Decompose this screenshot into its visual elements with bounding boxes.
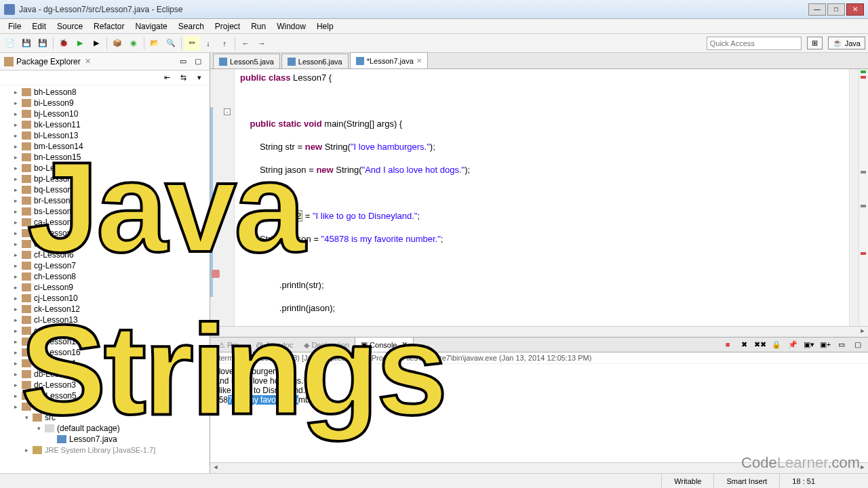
overview-ruler[interactable] <box>859 69 868 326</box>
fold-toggle-icon[interactable]: - <box>224 108 231 115</box>
project-item[interactable]: ▸cb-Lesson4 <box>0 228 210 239</box>
project-item[interactable]: ▸ck-Lesson12 <box>0 304 210 314</box>
menu-window[interactable]: Window <box>271 20 311 33</box>
minimize-button[interactable]: — <box>808 3 826 16</box>
console-pin-button[interactable]: 📌 <box>785 337 800 352</box>
project-item[interactable]: ▸cl-Lesson13 <box>0 314 210 325</box>
tab-close-icon[interactable]: ✕ <box>416 57 422 64</box>
jre-library[interactable]: ▸JRE System Library [JavaSE-1.7] <box>0 445 210 455</box>
java-file-item[interactable]: Lesson7.java <box>0 434 210 445</box>
project-item[interactable]: ▸cg-Lesson7 <box>0 260 210 271</box>
new-button[interactable]: 📄 <box>3 36 18 51</box>
tab-lesson7[interactable]: *Lesson7.java✕ <box>350 52 428 68</box>
project-item[interactable]: ▸br-Lesson19 <box>0 195 210 206</box>
view-menu-button[interactable]: ▾ <box>192 70 207 85</box>
console-open-button[interactable]: ▣+ <box>818 337 833 352</box>
project-item[interactable]: ▸cj-Lesson10 <box>0 293 210 304</box>
menu-file[interactable]: File <box>3 20 26 33</box>
project-item[interactable]: ▸df-Lesson6 <box>0 401 210 412</box>
project-item[interactable]: ▸bh-Lesson8 <box>0 87 210 98</box>
tab-lesson5[interactable]: Lesson5.java <box>213 54 280 68</box>
prev-annotation-button[interactable]: ↑ <box>217 36 232 51</box>
search-button[interactable]: 🔍 <box>163 36 178 51</box>
default-package[interactable]: ▾(default package) <box>0 423 210 434</box>
back-button[interactable]: ← <box>238 36 253 51</box>
console-tab[interactable]: ▣ Console✕ <box>355 337 414 352</box>
menu-edit[interactable]: Edit <box>26 20 52 33</box>
project-item[interactable]: ▸co-Lesson16 <box>0 347 210 358</box>
project-item[interactable]: ▸cf-Lesson6 <box>0 249 210 260</box>
project-item[interactable]: ▸bp-Lesson17 <box>0 174 210 184</box>
console-remove-button[interactable]: ✖ <box>736 337 751 352</box>
menu-project[interactable]: Project <box>210 20 245 33</box>
link-editor-button[interactable]: ⇆ <box>176 70 191 85</box>
menu-run[interactable]: Run <box>245 20 271 33</box>
project-item[interactable]: ▸bo-Lesson16 <box>0 163 210 174</box>
close-button[interactable]: ✕ <box>846 3 864 16</box>
project-item[interactable]: ▸bi-Lesson9 <box>0 98 210 108</box>
project-item[interactable]: ▸db-Lesson2 <box>0 369 210 380</box>
console-h-scrollbar[interactable]: ◄► <box>210 462 868 473</box>
project-item[interactable]: ▸de-Lesson5 <box>0 390 210 401</box>
debug-button[interactable]: 🐞 <box>56 36 71 51</box>
console-output[interactable]: I love hamburgers. And I also love hot d… <box>210 364 868 462</box>
menu-help[interactable]: Help <box>311 20 339 33</box>
project-item[interactable]: ▸da-Lesson1 <box>0 358 210 369</box>
view-minimize-button[interactable]: ▭ <box>176 54 191 69</box>
menu-refactor[interactable]: Refactor <box>88 20 130 33</box>
problems-tab[interactable]: ⚠ Pro... <box>213 338 250 352</box>
open-type-button[interactable]: 📂 <box>147 36 162 51</box>
project-item[interactable]: ▸ch-Lesson8 <box>0 271 210 282</box>
src-folder[interactable]: ▾src <box>0 412 210 423</box>
tab-lesson6[interactable]: Lesson6.java <box>281 54 349 68</box>
project-item[interactable]: ▸bj-Lesson10 <box>0 108 210 119</box>
project-item[interactable]: ▸cn-Lesson15 <box>0 336 210 347</box>
menu-navigate[interactable]: Navigate <box>130 20 172 33</box>
run-last-button[interactable]: ▶ <box>89 36 104 51</box>
code-area[interactable]: public class Lesson7 { public static voi… <box>235 69 849 326</box>
project-item[interactable]: ▸bn-Lesson15 <box>0 152 210 163</box>
package-explorer-title: Package Explorer <box>16 57 81 66</box>
javadoc-tab[interactable]: @ Javadoc <box>250 338 298 352</box>
new-class-button[interactable]: ◉ <box>126 36 141 51</box>
project-item[interactable]: ▸cm-Lesson14 <box>0 325 210 336</box>
java-perspective-button[interactable]: ☕Java <box>828 37 865 49</box>
package-tree[interactable]: ▸bh-Lesson8▸bi-Lesson9▸bj-Lesson10▸bk-Le… <box>0 85 210 473</box>
toggle-mark-button[interactable]: ✏ <box>184 36 199 51</box>
vertical-scrollbar[interactable] <box>849 69 859 326</box>
project-item[interactable]: ▸ca-Lesson3 <box>0 217 210 228</box>
code-editor[interactable]: - public class Lesson7 { public static v… <box>210 69 868 326</box>
main-toolbar: 📄 💾 💾 🐞 ▶ ▶ 📦 ◉ 📂 🔍 ✏ ↓ ↑ ← → ⊞ ☕Java <box>0 34 868 53</box>
project-item[interactable]: ▸bk-Lesson11 <box>0 119 210 130</box>
project-item[interactable]: ▸bl-Lesson13 <box>0 130 210 141</box>
menu-source[interactable]: Source <box>52 20 88 33</box>
error-marker-icon[interactable] <box>212 270 220 278</box>
quick-access-input[interactable] <box>707 37 802 50</box>
maximize-button[interactable]: □ <box>827 3 845 16</box>
run-button[interactable]: ▶ <box>73 36 87 51</box>
horizontal-scrollbar[interactable]: ◄► <box>210 326 868 337</box>
view-maximize-button[interactable]: ▢ <box>191 54 205 69</box>
save-button[interactable]: 💾 <box>19 36 34 51</box>
console-terminate-button[interactable]: ■ <box>720 337 735 352</box>
declaration-tab[interactable]: ◆ Declaration <box>298 338 355 352</box>
forward-button[interactable]: → <box>254 36 269 51</box>
project-item[interactable]: ▸ci-Lesson9 <box>0 282 210 293</box>
console-remove-all-button[interactable]: ✖✖ <box>753 337 768 352</box>
save-all-button[interactable]: 💾 <box>35 36 50 51</box>
panel-maximize-button[interactable]: ▢ <box>850 337 865 352</box>
project-item[interactable]: ▸bs-Lesson20 <box>0 206 210 217</box>
project-item[interactable]: ▸cc-Lesson5 <box>0 239 210 249</box>
menu-search[interactable]: Search <box>173 20 210 33</box>
console-scroll-lock-button[interactable]: 🔒 <box>769 337 784 352</box>
new-package-button[interactable]: 📦 <box>110 36 125 51</box>
view-close-icon[interactable]: ✕ <box>85 57 91 66</box>
next-annotation-button[interactable]: ↓ <box>201 36 216 51</box>
project-item[interactable]: ▸bq-Lesson18 <box>0 184 210 195</box>
panel-minimize-button[interactable]: ▭ <box>834 337 849 352</box>
project-item[interactable]: ▸dc-Lesson3 <box>0 380 210 390</box>
collapse-all-button[interactable]: ⇤ <box>159 70 174 85</box>
project-item[interactable]: ▸bm-Lesson14 <box>0 141 210 152</box>
console-display-button[interactable]: ▣▾ <box>802 337 816 352</box>
open-perspective-button[interactable]: ⊞ <box>807 37 823 49</box>
